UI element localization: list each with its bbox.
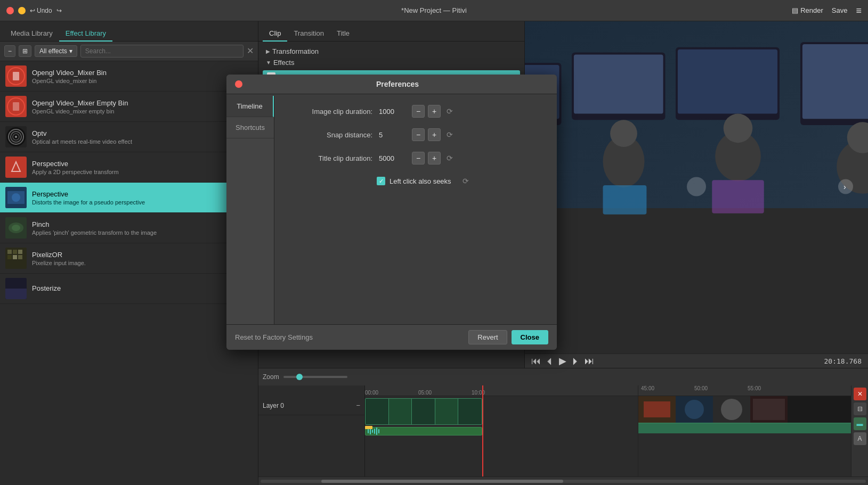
tab-transition[interactable]: Transition bbox=[287, 26, 330, 42]
effect-item-opengl-empty-bin[interactable]: Opengl Video_Mixer Empty Bin OpenGL vide… bbox=[0, 92, 258, 122]
close-button[interactable]: Close bbox=[512, 330, 548, 344]
left-click-label: Left click also seeks bbox=[390, 177, 451, 185]
effect-item-pixelize[interactable]: PixelizOR Pixelize input image. bbox=[0, 243, 258, 274]
svg-rect-21 bbox=[7, 255, 12, 259]
ruler-mark-1: 05:00 bbox=[418, 390, 432, 396]
effect-search-input[interactable] bbox=[80, 45, 244, 57]
effect-thumb bbox=[5, 65, 27, 87]
svg-point-13 bbox=[12, 193, 20, 202]
clip-tabs: Clip Transition Title bbox=[258, 21, 524, 42]
tab-clip[interactable]: Clip bbox=[263, 26, 287, 42]
effect-item-pinch[interactable]: Pinch Applies 'pinch' geometric transfor… bbox=[0, 213, 258, 243]
tab-effect-library[interactable]: Effect Library bbox=[59, 26, 112, 42]
track-tool-1[interactable]: ✕ bbox=[854, 388, 866, 400]
svg-point-51 bbox=[687, 177, 706, 196]
left-click-checkbox[interactable]: ✓ bbox=[377, 177, 385, 185]
timeline-audio-clip[interactable] bbox=[365, 427, 482, 435]
effects-tree-item[interactable]: ▼ Effects bbox=[263, 57, 520, 68]
track-tool-2[interactable]: ⊟ bbox=[854, 402, 866, 415]
play-center-btn[interactable] bbox=[686, 176, 707, 199]
redo-button[interactable]: ↪ bbox=[56, 7, 62, 14]
nav-next-btn[interactable]: › bbox=[837, 178, 854, 197]
effect-name: Pinch bbox=[32, 220, 253, 228]
effect-filter-dropdown[interactable]: All effects ▾ bbox=[35, 45, 77, 57]
image-clip-label: Image clip duration: bbox=[287, 108, 372, 116]
preferences-close-btn[interactable] bbox=[235, 80, 242, 88]
tab-media-library[interactable]: Media Library bbox=[4, 26, 59, 42]
transport-bar: ⏮ ⏴ ▶ ⏵ ⏭ 20:18.768 bbox=[525, 354, 868, 368]
track-tool-3[interactable]: ▬ bbox=[854, 417, 866, 430]
timeline-video-clip[interactable] bbox=[365, 398, 482, 425]
window-controls bbox=[6, 7, 26, 14]
effect-item-opengl-mixer-bin[interactable]: Opengl Video_Mixer Bin OpenGL video_mixe… bbox=[0, 61, 258, 92]
undo-button[interactable]: ↩ Undo bbox=[30, 7, 52, 14]
scrollbar-track[interactable] bbox=[261, 480, 866, 483]
svg-rect-22 bbox=[13, 255, 17, 259]
effect-info: Optv Optical art meets real-time video e… bbox=[32, 129, 253, 145]
scrollbar-thumb[interactable] bbox=[321, 480, 563, 483]
effect-item-optv[interactable]: Optv Optical art meets real-time video e… bbox=[0, 122, 258, 152]
svg-point-55 bbox=[685, 400, 704, 419]
svg-rect-20 bbox=[18, 250, 22, 254]
left-click-reset[interactable]: ⟳ bbox=[460, 175, 472, 187]
redo-icon: ↪ bbox=[56, 7, 62, 14]
snap-reset[interactable]: ⟳ bbox=[444, 129, 456, 141]
revert-button[interactable]: Revert bbox=[468, 330, 507, 344]
effect-view-toggle[interactable]: − bbox=[4, 45, 15, 57]
image-clip-increment[interactable]: + bbox=[428, 105, 441, 118]
effect-list: Opengl Video_Mixer Bin OpenGL video_mixe… bbox=[0, 61, 258, 485]
snap-controls: − + ⟳ bbox=[412, 128, 456, 141]
bottom-scrollbar[interactable] bbox=[258, 476, 868, 485]
play-button[interactable]: ▶ bbox=[559, 356, 566, 366]
minimize-window-btn[interactable] bbox=[18, 7, 26, 14]
pref-row-left-click: ✓ Left click also seeks ⟳ bbox=[287, 175, 544, 187]
svg-point-8 bbox=[15, 136, 17, 138]
effect-thumb bbox=[5, 157, 27, 178]
transformation-label: Transformation bbox=[272, 47, 319, 55]
pref-row-snap: Snap distance: 5 − + ⟳ bbox=[287, 128, 544, 141]
image-clip-reset[interactable]: ⟳ bbox=[444, 105, 456, 117]
render-button[interactable]: ▤ Render bbox=[792, 6, 823, 14]
ruler-55: 55:00 bbox=[748, 385, 761, 391]
save-button[interactable]: Save bbox=[832, 6, 848, 14]
chevron-down-icon: ▾ bbox=[69, 47, 72, 55]
right-timeline-section: 45:00 50:00 55:00 bbox=[638, 385, 851, 476]
effect-item-perspective-selected[interactable]: Perspective Distorts the image for a pse… bbox=[0, 183, 258, 213]
tab-title[interactable]: Title bbox=[330, 26, 356, 42]
svg-text:›: › bbox=[843, 183, 846, 191]
transformation-tree-item[interactable]: ▶ Transformation bbox=[263, 46, 520, 57]
fast-forward-button[interactable]: ⏭ bbox=[585, 356, 594, 366]
zoom-slider-thumb[interactable] bbox=[296, 374, 303, 380]
effect-desc: Applies 'pinch' geometric transform to t… bbox=[32, 229, 253, 236]
rewind-button[interactable]: ⏮ bbox=[531, 356, 541, 366]
reset-factory-button[interactable]: Reset to Factory Settings bbox=[235, 333, 313, 341]
timeline-playhead[interactable] bbox=[482, 385, 483, 476]
effect-item-posterize[interactable]: Posterize bbox=[0, 274, 258, 304]
left-panel: Media Library Effect Library − ⊞ All eff… bbox=[0, 21, 258, 485]
ruler-45: 45:00 bbox=[641, 385, 654, 391]
title-clip-decrement[interactable]: − bbox=[412, 152, 425, 165]
layer-collapse-btn[interactable]: − bbox=[356, 401, 360, 409]
titlebar-actions: ▤ Render Save ≡ bbox=[792, 6, 862, 15]
expand-arrow-icon: ▶ bbox=[266, 48, 270, 54]
title-clip-increment[interactable]: + bbox=[428, 152, 441, 165]
svg-rect-18 bbox=[7, 250, 12, 254]
effect-item-perspective-1[interactable]: Perspective Apply a 2D perspective trans… bbox=[0, 152, 258, 183]
title-clip-reset[interactable]: ⟳ bbox=[444, 152, 456, 164]
tab-shortcuts[interactable]: Shortcuts bbox=[226, 117, 274, 138]
step-back-button[interactable]: ⏴ bbox=[545, 356, 555, 366]
timeline-labels: Layer 0 − bbox=[258, 385, 365, 476]
close-window-btn[interactable] bbox=[6, 7, 14, 14]
effect-sort-btn[interactable]: ⊞ bbox=[19, 45, 31, 57]
snap-increment[interactable]: + bbox=[428, 128, 441, 141]
tab-timeline[interactable]: Timeline bbox=[226, 96, 274, 117]
image-clip-decrement[interactable]: − bbox=[412, 105, 425, 118]
menu-button[interactable]: ≡ bbox=[856, 6, 862, 15]
effect-info: Pinch Applies 'pinch' geometric transfor… bbox=[32, 220, 253, 236]
track-tool-4[interactable]: A bbox=[854, 432, 866, 445]
step-forward-button[interactable]: ⏵ bbox=[571, 356, 580, 366]
effect-toolbar: − ⊞ All effects ▾ ✕ bbox=[0, 42, 258, 61]
search-clear-button[interactable]: ✕ bbox=[247, 47, 254, 55]
snap-decrement[interactable]: − bbox=[412, 128, 425, 141]
zoom-slider[interactable] bbox=[283, 376, 347, 378]
